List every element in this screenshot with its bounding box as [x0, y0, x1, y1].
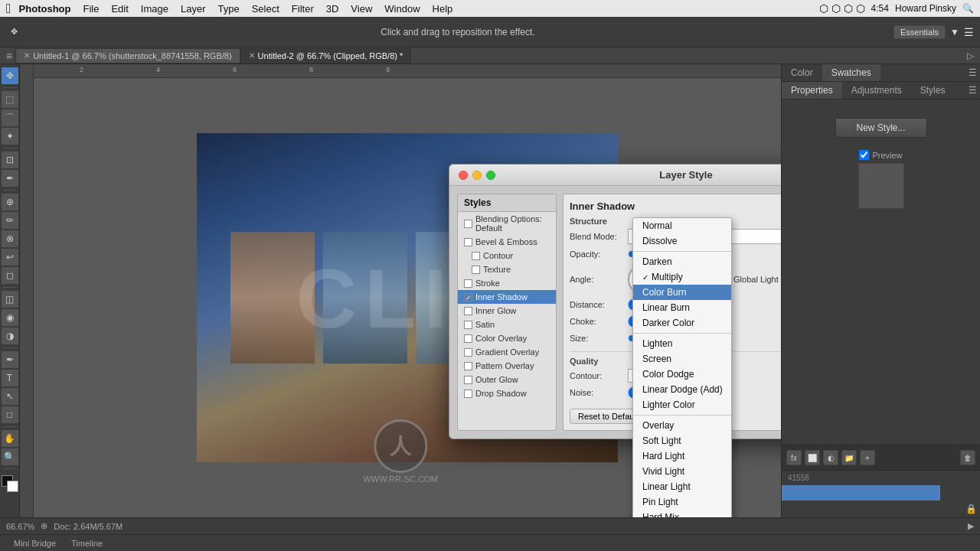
- style-cb-inner-shadow[interactable]: [464, 293, 472, 302]
- timeline-tab[interactable]: Timeline: [64, 537, 110, 549]
- menu-image[interactable]: Image: [135, 0, 175, 17]
- dd-color-dodge[interactable]: Color Dodge: [633, 367, 731, 382]
- style-drop-shadow[interactable]: Drop Shadow: [458, 386, 556, 400]
- style-texture[interactable]: Texture: [458, 262, 556, 276]
- style-cb-blending[interactable]: [464, 220, 472, 228]
- menu-file[interactable]: File: [77, 0, 105, 17]
- style-cb-contour[interactable]: [472, 252, 480, 260]
- style-cb-stroke[interactable]: [464, 279, 472, 288]
- style-color-overlay[interactable]: Color Overlay: [458, 331, 556, 345]
- dd-lighter-color[interactable]: Lighter Color: [633, 397, 731, 412]
- dd-lighten[interactable]: Lighten: [633, 336, 731, 351]
- search-icon[interactable]: 🔍: [962, 3, 974, 14]
- dd-vivid-light[interactable]: Vivid Light: [633, 464, 731, 479]
- dd-screen[interactable]: Screen: [633, 351, 731, 367]
- dd-linear-light[interactable]: Linear Light: [633, 479, 731, 494]
- delete-icon[interactable]: 🗑: [960, 450, 975, 465]
- new-style-panel-btn[interactable]: New Style...: [835, 118, 927, 138]
- tab-untitled2[interactable]: ✕ Untitled-2 @ 66.7% (Clipped, RGB/8) *: [240, 48, 412, 64]
- mini-bridge-tab[interactable]: Mini Bridge: [6, 537, 64, 549]
- menu-help[interactable]: Help: [426, 0, 459, 17]
- style-contour[interactable]: Contour: [458, 249, 556, 262]
- style-stroke[interactable]: Stroke: [458, 276, 556, 290]
- panel-toggle-icon[interactable]: ☰: [964, 26, 974, 38]
- dd-dissolve[interactable]: Dissolve: [633, 233, 731, 249]
- hand-tool[interactable]: ✋: [2, 430, 18, 447]
- zoom-tool[interactable]: 🔍: [2, 448, 18, 465]
- new-layer-icon[interactable]: +: [860, 450, 875, 465]
- brush-tool[interactable]: ✏: [2, 212, 18, 229]
- menu-view[interactable]: View: [345, 0, 378, 17]
- dd-linear-dodge[interactable]: Linear Dodge (Add): [633, 382, 731, 397]
- history-brush[interactable]: ↩: [2, 249, 18, 266]
- style-pattern-overlay[interactable]: Pattern Overlay: [458, 359, 556, 373]
- style-cb-texture[interactable]: [472, 266, 480, 274]
- dd-color-burn[interactable]: Color Burn: [633, 285, 731, 300]
- style-satin[interactable]: Satin: [458, 318, 556, 331]
- apple-menu[interactable]: : [6, 1, 11, 17]
- clone-tool[interactable]: ⊗: [2, 230, 18, 247]
- menu-3d[interactable]: 3D: [320, 0, 345, 17]
- style-cb-inner-glow[interactable]: [464, 307, 472, 315]
- lasso-tool[interactable]: ⌒: [2, 109, 18, 126]
- style-cb-gradient-overlay[interactable]: [464, 348, 472, 357]
- swatches-tab[interactable]: Swatches: [822, 64, 880, 81]
- color-tab[interactable]: Color: [782, 64, 822, 81]
- shape-tool[interactable]: □: [2, 406, 18, 423]
- workspace-arrow[interactable]: ▼: [950, 27, 959, 37]
- menu-type[interactable]: Type: [212, 0, 246, 17]
- gradient-tool[interactable]: ◫: [2, 291, 18, 308]
- zoom-icon[interactable]: ⊕: [41, 521, 47, 531]
- adj-icon[interactable]: ◐: [823, 450, 838, 465]
- menu-layer[interactable]: Layer: [175, 0, 212, 17]
- dd-darker-color[interactable]: Darker Color: [633, 315, 731, 331]
- dd-pin-light[interactable]: Pin Light: [633, 494, 731, 510]
- dd-normal[interactable]: Normal: [633, 218, 731, 233]
- mask-icon[interactable]: ⬜: [805, 450, 820, 465]
- style-cb-satin[interactable]: [464, 321, 472, 329]
- panel-options-icon2[interactable]: ☰: [965, 82, 980, 99]
- dd-hard-mix[interactable]: Hard Mix: [633, 510, 731, 517]
- styles-tab[interactable]: Styles: [911, 82, 955, 99]
- maximize-btn[interactable]: [486, 171, 495, 180]
- style-cb-outer-glow[interactable]: [464, 376, 472, 384]
- style-gradient-overlay[interactable]: Gradient Overlay: [458, 345, 556, 359]
- close-btn[interactable]: [459, 171, 468, 180]
- style-cb-pattern-overlay[interactable]: [464, 362, 472, 370]
- move-tool[interactable]: ✥: [2, 67, 18, 84]
- eyedropper-tool[interactable]: ✒: [2, 170, 18, 187]
- panel-right-toggle[interactable]: ▷: [967, 51, 974, 61]
- magic-wand-tool[interactable]: ✦: [2, 128, 18, 145]
- dd-soft-light[interactable]: Soft Light: [633, 433, 731, 448]
- workspace-selector[interactable]: Essentials: [893, 25, 946, 39]
- style-blending-options[interactable]: Blending Options: Default: [458, 212, 556, 235]
- fx-icon[interactable]: fx: [786, 450, 802, 465]
- dd-hard-light[interactable]: Hard Light: [633, 448, 731, 464]
- minimize-btn[interactable]: [472, 171, 482, 180]
- style-inner-shadow[interactable]: Inner Shadow: [458, 290, 556, 304]
- dodge-tool[interactable]: ◑: [2, 328, 18, 344]
- dd-linear-burn[interactable]: Linear Burn: [633, 300, 731, 315]
- style-cb-drop-shadow[interactable]: [464, 390, 472, 398]
- menu-filter[interactable]: Filter: [286, 0, 320, 17]
- heal-tool[interactable]: ⊕: [2, 194, 18, 210]
- menu-window[interactable]: Window: [378, 0, 426, 17]
- dd-darken[interactable]: Darken: [633, 254, 731, 269]
- blur-tool[interactable]: ◉: [2, 309, 18, 326]
- properties-tab[interactable]: Properties: [782, 82, 842, 99]
- text-tool[interactable]: T: [2, 370, 18, 386]
- menu-select[interactable]: Select: [246, 0, 286, 17]
- eraser-tool[interactable]: ◻: [2, 267, 18, 284]
- preview-panel-cb[interactable]: [859, 150, 869, 160]
- style-cb-bevel[interactable]: [464, 238, 472, 246]
- tab-close-1[interactable]: ✕: [24, 51, 30, 60]
- marquee-tool[interactable]: ⬚: [2, 91, 18, 108]
- style-inner-glow[interactable]: Inner Glow: [458, 304, 556, 318]
- tab-untitled1[interactable]: ✕ Untitled-1 @ 66.7% (shutterstock_88741…: [15, 48, 240, 64]
- move-tool-btn[interactable]: ✥: [6, 24, 22, 40]
- fg-bg-colors[interactable]: [2, 475, 18, 492]
- style-cb-color-overlay[interactable]: [464, 334, 472, 343]
- style-outer-glow[interactable]: Outer Glow: [458, 373, 556, 386]
- dd-multiply[interactable]: Multiply: [633, 269, 731, 285]
- crop-tool[interactable]: ⊡: [2, 152, 18, 168]
